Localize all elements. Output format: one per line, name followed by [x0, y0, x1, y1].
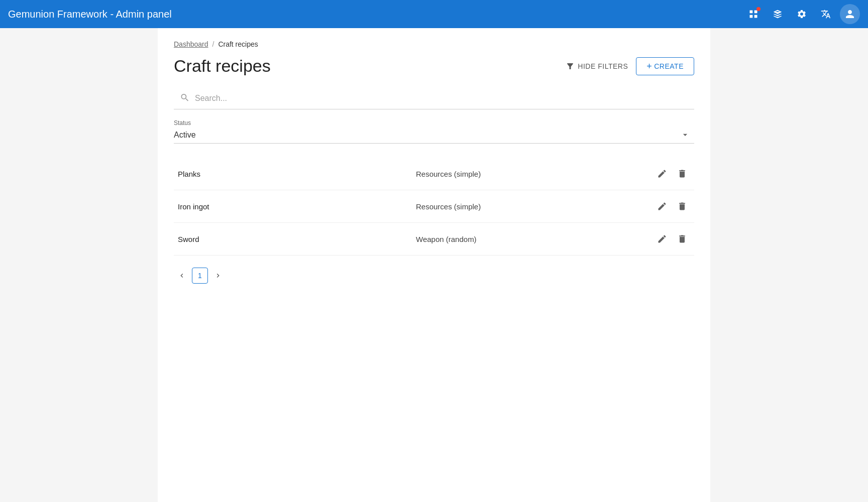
breadcrumb-dashboard[interactable]: Dashboard — [174, 40, 208, 48]
main-content: Dashboard / Craft recipes Craft recipes … — [158, 28, 710, 502]
recipe-type: Weapon (random) — [416, 235, 654, 243]
breadcrumb-separator: / — [212, 40, 214, 48]
status-filter: Status Active Inactive All — [174, 119, 694, 144]
translate-icon — [821, 9, 831, 19]
recipe-actions — [654, 231, 690, 247]
edit-icon — [657, 201, 667, 211]
recipe-actions — [654, 198, 690, 214]
next-page-button[interactable] — [210, 268, 226, 284]
grid-icon-btn[interactable] — [743, 4, 764, 24]
delete-button[interactable] — [674, 166, 690, 182]
search-magnifier-icon — [180, 92, 190, 102]
prev-page-button[interactable] — [174, 268, 190, 284]
delete-icon — [677, 201, 687, 211]
filter-icon — [566, 62, 575, 71]
page-title: Craft recipes — [174, 56, 271, 76]
recipe-row: Iron ingot Resources (simple) — [174, 190, 694, 223]
edit-button[interactable] — [654, 198, 670, 214]
page-1-label: 1 — [198, 272, 202, 280]
delete-button[interactable] — [674, 231, 690, 247]
recipe-type: Resources (simple) — [416, 202, 654, 211]
layers-icon — [773, 9, 783, 19]
delete-icon — [677, 234, 687, 244]
settings-icon-btn[interactable] — [792, 4, 812, 24]
page-header: Craft recipes HIDE FILTERS + CREATE — [174, 56, 694, 76]
chevron-left-icon — [178, 272, 186, 280]
status-select-wrapper: Active Inactive All — [174, 129, 694, 144]
translate-icon-btn[interactable] — [816, 4, 836, 24]
search-container — [174, 88, 694, 109]
recipe-row: Planks Resources (simple) — [174, 158, 694, 190]
pagination: 1 — [174, 268, 694, 284]
recipe-name: Planks — [178, 170, 416, 178]
app-title: Gemunion Framework - Admin panel — [8, 9, 172, 20]
layers-icon-btn[interactable] — [768, 4, 788, 24]
page-actions: HIDE FILTERS + CREATE — [566, 57, 694, 75]
edit-icon — [657, 234, 667, 244]
status-select[interactable]: Active Inactive All — [174, 129, 694, 141]
recipe-row: Sword Weapon (random) — [174, 223, 694, 256]
edit-button[interactable] — [654, 166, 670, 182]
edit-button[interactable] — [654, 231, 670, 247]
app-header: Gemunion Framework - Admin panel — [0, 0, 868, 28]
create-label: CREATE — [654, 62, 684, 70]
delete-button[interactable] — [674, 198, 690, 214]
hide-filters-button[interactable]: HIDE FILTERS — [566, 62, 628, 71]
notification-badge — [756, 7, 761, 11]
page-1-button[interactable]: 1 — [192, 268, 208, 284]
edit-icon — [657, 169, 667, 179]
header-icon-group — [743, 4, 860, 24]
create-button[interactable]: + CREATE — [636, 57, 694, 75]
account-icon — [845, 9, 855, 19]
breadcrumb-current: Craft recipes — [218, 40, 258, 48]
account-icon-btn[interactable] — [840, 4, 860, 24]
recipe-actions — [654, 166, 690, 182]
search-input[interactable] — [174, 88, 694, 109]
settings-icon — [797, 9, 807, 19]
chevron-right-icon — [214, 272, 222, 280]
recipe-name: Iron ingot — [178, 202, 416, 211]
recipes-list: Planks Resources (simple) Iron ingot Res… — [174, 158, 694, 256]
search-icon — [180, 92, 190, 105]
recipe-name: Sword — [178, 235, 416, 243]
breadcrumb: Dashboard / Craft recipes — [174, 40, 694, 48]
create-plus-icon: + — [646, 62, 652, 71]
status-filter-label: Status — [174, 119, 694, 127]
hide-filters-label: HIDE FILTERS — [578, 62, 628, 70]
recipe-type: Resources (simple) — [416, 170, 654, 178]
delete-icon — [677, 169, 687, 179]
